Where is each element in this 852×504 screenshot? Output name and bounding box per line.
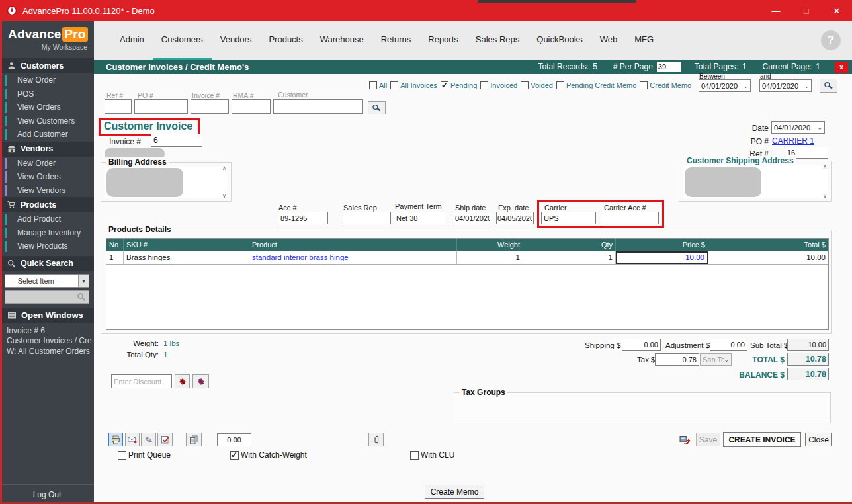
shipping-input[interactable] xyxy=(622,339,661,351)
cell-price[interactable]: 10.00 xyxy=(616,251,708,264)
help-icon[interactable]: ? xyxy=(821,30,841,50)
filter-all[interactable]: All xyxy=(369,81,387,89)
sidebar-item-view-customers[interactable]: View Customers xyxy=(0,114,94,128)
sidebar-item-view-orders[interactable]: View Orders xyxy=(0,101,94,114)
tab-admin[interactable]: Admin xyxy=(111,21,153,60)
customer-search-input[interactable] xyxy=(273,99,363,114)
create-invoice-button[interactable]: CREATE INVOICE xyxy=(723,432,801,447)
checkbox[interactable] xyxy=(441,81,448,89)
payment-term-field[interactable] xyxy=(394,212,445,224)
checkbox[interactable] xyxy=(480,81,488,89)
carrier-field[interactable] xyxy=(541,212,596,224)
sidebar-section-customers[interactable]: Customers xyxy=(0,58,94,73)
print-button[interactable] xyxy=(108,433,123,446)
sidebar-item-vendor-view-orders[interactable]: View Orders xyxy=(0,170,94,184)
tab-warehouse[interactable]: Warehouse xyxy=(312,21,372,60)
sidebar-item-vendor-new-order[interactable]: New Order xyxy=(0,157,94,171)
attachment-button[interactable] xyxy=(368,433,384,446)
tab-returns[interactable]: Returns xyxy=(372,21,420,60)
save-button[interactable]: Save xyxy=(696,433,720,446)
ref-search-input[interactable] xyxy=(105,99,132,114)
logout-button[interactable]: Log Out xyxy=(0,484,94,504)
checkbox[interactable] xyxy=(640,81,648,89)
sidebar-item-view-vendors[interactable]: View Vendors xyxy=(0,184,94,198)
adjustment-input[interactable] xyxy=(710,339,747,351)
with-clu-checkbox[interactable]: With CLU xyxy=(410,450,454,460)
rma-search-input[interactable] xyxy=(232,99,271,114)
filter-search-button[interactable] xyxy=(820,79,837,93)
checkbox[interactable] xyxy=(410,451,419,460)
tax-group-select[interactable]: San To⌄ xyxy=(700,353,732,366)
billing-address-scrollbar[interactable]: ∧∨ xyxy=(220,165,228,199)
ship-date-field[interactable] xyxy=(454,212,491,224)
po-carrier-link[interactable]: CARRIER 1 xyxy=(772,136,814,146)
filter-credit-memo[interactable]: Credit Memo xyxy=(640,81,691,89)
filter-pending-credit-memo[interactable]: Pending Credit Memo xyxy=(556,81,636,89)
sidebar-item-new-order[interactable]: New Order xyxy=(0,73,94,87)
catch-weight-checkbox[interactable]: With Catch-Weight xyxy=(230,450,307,460)
open-window-invoice-6[interactable]: Invoice # 6 xyxy=(0,326,94,337)
open-window-customer-invoices[interactable]: Customer Invoices / Cre xyxy=(0,336,94,347)
checkbox[interactable] xyxy=(556,81,564,89)
filter-all-invoices[interactable]: All Invoices xyxy=(390,81,437,89)
checkbox[interactable] xyxy=(390,81,398,89)
checkbox[interactable] xyxy=(369,81,377,89)
quick-search-input[interactable] xyxy=(5,290,89,304)
close-button[interactable]: ✕ xyxy=(822,0,852,21)
exp-date-field[interactable] xyxy=(496,212,534,224)
tab-quickbooks[interactable]: QuickBooks xyxy=(528,21,591,60)
email-button[interactable] xyxy=(125,433,140,446)
sidebar-section-products[interactable]: Products xyxy=(0,197,94,212)
discount-percent-button[interactable] xyxy=(192,374,209,388)
scroll-up-icon[interactable]: ∧ xyxy=(823,163,828,170)
sidebar-item-pos[interactable]: POS xyxy=(0,87,94,101)
checkbox[interactable] xyxy=(230,451,239,460)
minimize-button[interactable]: — xyxy=(761,0,791,21)
date-from-select[interactable]: 04/01/2020⌄ xyxy=(699,79,751,92)
tab-web[interactable]: Web xyxy=(591,21,626,60)
approve-button[interactable] xyxy=(157,433,173,446)
maximize-button[interactable]: □ xyxy=(791,0,822,21)
per-page-input[interactable] xyxy=(657,62,681,72)
create-memo-button[interactable]: Create Memo xyxy=(425,485,484,499)
tab-sales-reps[interactable]: Sales Reps xyxy=(467,21,528,60)
close-page-button[interactable]: x xyxy=(835,62,848,73)
open-window-all-customer-orders[interactable]: W: All Customer Orders xyxy=(0,347,94,357)
sidebar-item-view-products[interactable]: View Products xyxy=(0,239,94,253)
copy-button[interactable] xyxy=(186,433,202,446)
quick-search-select[interactable]: ----Select Item---- ▾ xyxy=(5,274,89,288)
product-link[interactable]: standard interior brass hinge xyxy=(252,253,349,261)
tab-products[interactable]: Products xyxy=(260,21,311,60)
sidebar-item-add-customer[interactable]: Add Customer xyxy=(0,128,94,142)
filter-invoiced[interactable]: Invoiced xyxy=(480,81,517,89)
discount-input[interactable] xyxy=(111,374,172,388)
tab-reports[interactable]: Reports xyxy=(419,21,467,60)
signature-button[interactable]: ✎ xyxy=(141,433,156,446)
tab-customers[interactable]: Customers xyxy=(153,21,212,60)
scroll-up-icon[interactable]: ∧ xyxy=(222,165,227,171)
checkbox[interactable] xyxy=(521,81,529,89)
sales-rep-field[interactable] xyxy=(343,212,391,224)
date-to-select[interactable]: 04/01/2020⌄ xyxy=(759,79,812,92)
carrier-acc-field[interactable] xyxy=(601,212,659,224)
filter-pending[interactable]: Pending xyxy=(441,81,477,89)
filter-voided[interactable]: Voided xyxy=(521,81,553,89)
shipping-address-scrollbar[interactable]: ∧∨ xyxy=(821,163,829,199)
print-queue-checkbox[interactable]: Print Queue xyxy=(118,450,171,460)
sidebar-item-add-product[interactable]: Add Product xyxy=(0,212,94,226)
acc-field[interactable] xyxy=(278,212,328,224)
invoice-date-select[interactable]: 04/01/2020⌄ xyxy=(771,121,825,134)
scroll-down-icon[interactable]: ∨ xyxy=(222,192,227,199)
po-search-input[interactable] xyxy=(134,99,188,114)
tax-input[interactable] xyxy=(655,353,699,366)
sidebar-item-manage-inventory[interactable]: Manage Inventory xyxy=(0,226,94,240)
export-button[interactable] xyxy=(677,433,693,446)
invoice-no-input[interactable] xyxy=(151,134,202,147)
sidebar-section-vendors[interactable]: Vendors xyxy=(0,142,94,157)
search-button[interactable] xyxy=(368,101,386,114)
amount-input[interactable] xyxy=(217,433,251,446)
scroll-down-icon[interactable]: ∨ xyxy=(823,192,828,199)
tab-mfg[interactable]: MFG xyxy=(626,21,662,60)
tab-vendors[interactable]: Vendors xyxy=(212,21,261,60)
checkbox[interactable] xyxy=(118,451,126,460)
